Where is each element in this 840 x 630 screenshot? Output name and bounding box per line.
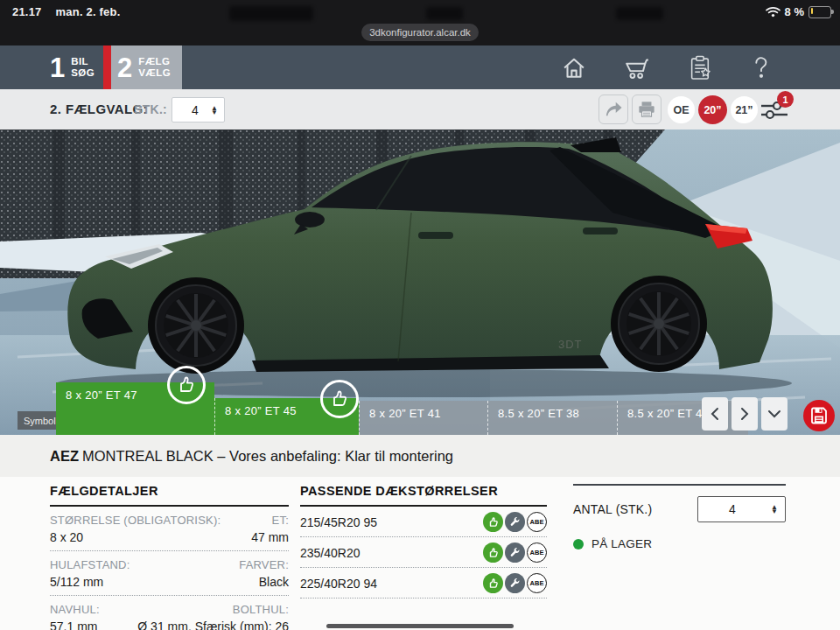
label-color: FARVER: (239, 558, 289, 571)
wrench-icon (505, 512, 525, 532)
status-indicators: 8 % (766, 5, 831, 18)
tiles-next-button[interactable] (732, 397, 758, 430)
abe-badge: ABE (527, 573, 547, 593)
brand-name: AEZ (50, 448, 79, 464)
wrench-icon (505, 573, 525, 593)
filter-21-badge[interactable]: 21” (731, 96, 758, 123)
battery-icon (808, 6, 831, 18)
clock: 21.17 (12, 5, 42, 18)
home-icon[interactable] (561, 55, 587, 80)
label-hub-bore: NAVHUL: (50, 603, 100, 616)
quantity-value: 4 (192, 103, 199, 117)
value-bolt-pattern: 5/112 mm (50, 575, 103, 589)
floppy-disk-icon (810, 407, 828, 424)
main-nav-bar: 1 BILSØG 2 FÆLGVÆLG (0, 46, 840, 89)
select-chevrons-icon: ▲▼ (211, 106, 218, 115)
tire-sizes-heading: PASSENDE DÆKSTØRRELSER (300, 484, 547, 507)
stock-status: PÅ LAGER (573, 537, 786, 550)
filter-count-badge: 1 (777, 91, 794, 108)
tire-size: 235/40R20 (300, 546, 481, 560)
step-1-number: 1 (50, 54, 65, 81)
status-time-date: 21.17man. 2. feb. (12, 5, 120, 18)
quantity-select[interactable]: 4 ▲▼ (172, 97, 225, 122)
order-quantity-select[interactable]: 4 ▲▼ (697, 496, 786, 522)
share-button[interactable] (598, 94, 628, 124)
abe-badge: ABE (527, 512, 547, 532)
battery-percent: 8 % (785, 5, 804, 18)
tire-size: 225/40R20 94 (300, 577, 481, 591)
product-title: AEZMONTREAL BLACK – Vores anbefaling: Kl… (50, 448, 453, 465)
wheel-toolbar: 2. FÆLGVALG: STK.: 4 ▲▼ OE 20” 21” (0, 89, 840, 130)
tire-row[interactable]: 225/40R20 94 ABE (300, 568, 547, 598)
step-1-label: BILSØG (71, 56, 94, 79)
car-stage: 3DT Symbol p 8 x 20” ET 47 8 x 20” ET 45… (0, 130, 840, 435)
filter-oe-badge[interactable]: OE (668, 96, 695, 123)
redacted-blob (426, 7, 463, 20)
step-2-label: FÆLGVÆLG (138, 56, 171, 79)
value-hub-bore: 57.1 mm (50, 620, 97, 630)
filter-20-badge[interactable]: 20” (698, 95, 727, 124)
stock-label: PÅ LAGER (592, 537, 652, 550)
cart-icon[interactable] (623, 55, 649, 80)
redacted-blob (229, 6, 313, 21)
date: man. 2. feb. (56, 5, 121, 18)
wheel-option-tile[interactable]: 8.5 x 20” ET 45 (617, 401, 748, 435)
value-et: 47 mm (251, 530, 289, 544)
order-section: ANTAL (STK.) 4 ▲▼ PÅ LAGER (573, 484, 786, 550)
watermark-3dt: 3DT (558, 338, 583, 351)
value-bolt-hole: Ø 31 mm, Sfærisk (mm): 26 (137, 620, 289, 630)
tire-size: 215/45R20 95 (300, 515, 481, 529)
wheel-option-tile[interactable]: 8.5 x 20” ET 38 (487, 401, 617, 435)
step-divider (103, 46, 111, 89)
label-size: STØRRELSE (OBLIGATORISK): (50, 514, 220, 527)
ios-top-bar: 21.17man. 2. feb. 8 % 3dkonfigurator.alc… (0, 0, 840, 46)
rim-details-heading: FÆLGDETALJER (50, 484, 289, 507)
order-qty-label: ANTAL (STK.) (573, 502, 652, 516)
clipboard-star-icon[interactable] (688, 55, 714, 80)
rim-details-section: FÆLGDETALJER STØRRELSE (OBLIGATORISK):ET… (50, 484, 289, 630)
share-icon (604, 101, 623, 118)
thumbs-up-icon (483, 573, 503, 593)
save-button[interactable] (803, 400, 835, 431)
tire-row[interactable]: 235/40R20 ABE (300, 537, 547, 568)
product-details-panel: AEZMONTREAL BLACK – Vores anbefaling: Kl… (0, 435, 840, 630)
tire-sizes-section: PASSENDE DÆKSTØRRELSER 215/45R20 95 ABE … (300, 484, 547, 598)
step-2-number: 2 (117, 54, 132, 81)
print-icon (638, 101, 655, 118)
label-et: ET: (272, 514, 289, 527)
product-name: MONTREAL BLACK – Vores anbefaling: Klar … (82, 448, 453, 464)
tire-row[interactable]: 215/45R20 95 ABE (300, 507, 547, 537)
help-icon[interactable] (748, 55, 774, 80)
toolbar-qty-label: STK.: (134, 102, 167, 116)
url-bar[interactable]: 3dkonfigurator.alcar.dk (361, 24, 479, 41)
tiles-prev-button[interactable] (702, 397, 728, 430)
tiles-collapse-button[interactable] (761, 397, 788, 430)
wifi-icon (766, 6, 780, 18)
thumbs-up-icon (320, 380, 359, 418)
abe-badge: ABE (527, 542, 547, 563)
wrench-icon (505, 542, 525, 563)
home-indicator[interactable] (326, 624, 514, 628)
in-stock-dot (573, 539, 584, 550)
value-size: 8 x 20 (50, 530, 83, 544)
thumbs-up-icon (483, 512, 503, 532)
print-button[interactable] (632, 94, 662, 124)
value-color: Black (259, 575, 289, 589)
order-quantity-value: 4 (729, 502, 736, 516)
label-bolt-pattern: HULAFSTAND: (50, 558, 130, 571)
step-2-faelg-vaelg[interactable]: 2 FÆLGVÆLG (111, 46, 182, 89)
redacted-blob (616, 7, 663, 20)
label-bolt-hole: BOLTHUL: (233, 603, 289, 616)
wheel-option-tile[interactable]: 8 x 20” ET 41 (359, 401, 487, 435)
thumbs-up-icon (167, 366, 206, 404)
step-1-bil-soeg[interactable]: 1 BILSØG (50, 46, 94, 89)
thumbs-up-icon (483, 542, 503, 563)
select-chevrons-icon: ▲▼ (771, 505, 778, 514)
